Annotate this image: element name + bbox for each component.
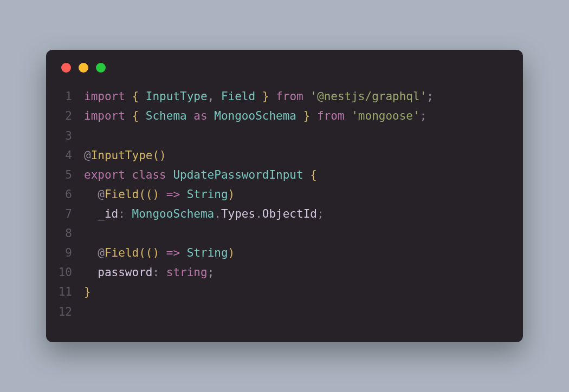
- token: [187, 109, 194, 122]
- token: ): [152, 246, 159, 259]
- token: (: [146, 246, 153, 259]
- token: }: [84, 285, 91, 298]
- code-line: 9 @Field(() => String): [54, 243, 508, 263]
- token: Field: [221, 90, 255, 103]
- token: import: [84, 90, 125, 103]
- token: [345, 109, 352, 122]
- token: @: [98, 246, 105, 259]
- token: [125, 109, 132, 122]
- token: UpdatePasswordInput: [173, 168, 303, 181]
- token: [159, 266, 166, 279]
- token: @: [84, 149, 91, 162]
- code-line: 5export class UpdatePasswordInput {: [54, 165, 508, 185]
- code-line: 12: [54, 302, 508, 322]
- code-line: 2import { Schema as MongooSchema } from …: [54, 106, 508, 126]
- code-content: @Field(() => String): [84, 243, 508, 263]
- code-line: 6 @Field(() => String): [54, 185, 508, 204]
- code-content: [84, 126, 508, 146]
- code-line: 10 password: string;: [54, 263, 508, 282]
- token: ): [159, 149, 166, 162]
- token: password: [98, 266, 152, 279]
- token: {: [132, 109, 139, 122]
- token: _id: [98, 207, 118, 220]
- token: ;: [317, 207, 324, 220]
- code-content: password: string;: [84, 263, 508, 282]
- token: =>: [166, 246, 180, 259]
- code-window: 1import { InputType, Field } from '@nest…: [46, 50, 523, 342]
- token: :: [152, 266, 159, 279]
- token: InputType: [91, 149, 153, 162]
- line-number: 8: [54, 224, 84, 243]
- token: MongooSchema: [214, 109, 296, 122]
- line-number: 10: [54, 263, 84, 282]
- token: [139, 90, 146, 103]
- window-titlebar: [46, 50, 523, 82]
- code-line: 8: [54, 224, 508, 243]
- token: String: [187, 188, 228, 201]
- line-number: 3: [54, 126, 84, 146]
- token: [159, 188, 166, 201]
- token: {: [132, 90, 139, 103]
- token: MongooSchema: [132, 207, 215, 220]
- token: from: [276, 90, 303, 103]
- code-line: 1import { InputType, Field } from '@nest…: [54, 87, 508, 106]
- code-content: @Field(() => String): [84, 185, 508, 204]
- token: [166, 168, 173, 181]
- maximize-icon[interactable]: [96, 63, 106, 73]
- line-number: 11: [54, 282, 84, 302]
- token: [303, 168, 311, 181]
- token: ,: [208, 90, 215, 103]
- token: '@nestjs/graphql': [310, 90, 426, 103]
- token: ): [228, 188, 235, 201]
- token: 'mongoose': [351, 109, 419, 122]
- token: Types: [221, 207, 255, 220]
- code-content: import { Schema as MongooSchema } from '…: [84, 106, 508, 126]
- token: .: [255, 207, 262, 220]
- line-number: 6: [54, 185, 84, 204]
- code-content: import { InputType, Field } from '@nestj…: [84, 87, 508, 106]
- token: [125, 207, 132, 220]
- token: }: [262, 90, 269, 103]
- line-number: 1: [54, 87, 84, 106]
- token: (: [152, 149, 159, 162]
- close-icon[interactable]: [61, 63, 71, 73]
- token: [125, 90, 132, 103]
- token: [296, 109, 303, 122]
- code-content: [84, 302, 508, 322]
- token: (: [146, 188, 153, 201]
- line-number: 5: [54, 165, 84, 185]
- token: [84, 266, 98, 279]
- token: Schema: [146, 109, 187, 122]
- line-number: 7: [54, 204, 84, 224]
- token: import: [84, 109, 125, 122]
- minimize-icon[interactable]: [79, 63, 88, 73]
- token: ;: [420, 109, 427, 122]
- token: .: [214, 207, 221, 220]
- token: String: [187, 246, 228, 259]
- token: (: [139, 246, 146, 259]
- code-content: @InputType(): [84, 146, 508, 165]
- token: [208, 109, 215, 122]
- token: [180, 188, 187, 201]
- token: Field: [105, 246, 139, 259]
- token: ;: [426, 90, 434, 103]
- token: {: [310, 168, 317, 181]
- token: Field: [105, 188, 139, 201]
- token: from: [317, 109, 345, 122]
- line-number: 4: [54, 146, 84, 165]
- token: ): [152, 188, 159, 201]
- token: [84, 246, 98, 259]
- code-content: [84, 224, 508, 243]
- code-line: 3: [54, 126, 508, 146]
- token: [310, 109, 317, 122]
- token: [139, 109, 146, 122]
- token: InputType: [146, 90, 208, 103]
- token: [303, 90, 311, 103]
- token: export: [84, 168, 125, 181]
- token: [269, 90, 276, 103]
- code-editor[interactable]: 1import { InputType, Field } from '@nest…: [46, 82, 523, 326]
- token: ;: [208, 266, 215, 279]
- token: ): [228, 246, 235, 259]
- token: [159, 246, 166, 259]
- line-number: 2: [54, 106, 84, 126]
